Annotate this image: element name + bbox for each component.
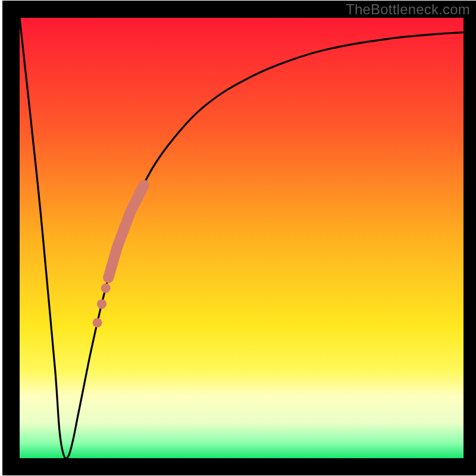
highlight-dot (105, 270, 114, 279)
bottleneck-chart (0, 0, 476, 476)
watermark-text: TheBottleneck.com (346, 1, 470, 18)
highlight-dot (93, 318, 102, 327)
highlight-dot (101, 283, 111, 293)
plot-background (20, 18, 464, 458)
highlight-dot (97, 299, 107, 309)
chart-stage: TheBottleneck.com (0, 0, 476, 476)
